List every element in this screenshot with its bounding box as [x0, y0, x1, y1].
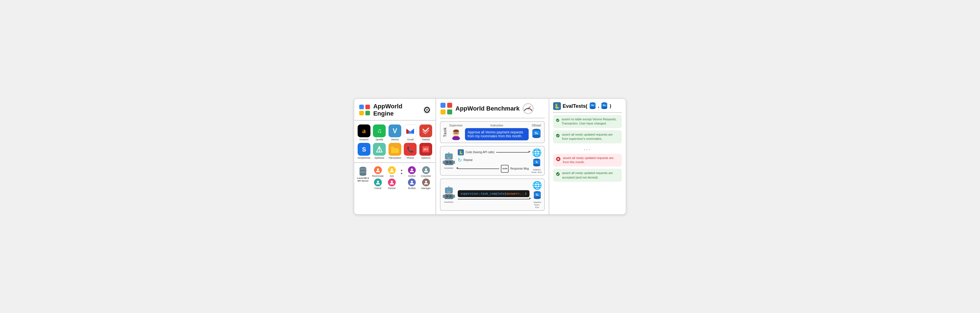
todoist-label: Todoist [422, 138, 430, 141]
local-db-icon [358, 166, 368, 176]
svg-text:Sᵢ: Sᵢ [536, 161, 538, 164]
mother-label: Mother [408, 175, 415, 177]
svg-rect-69 [444, 194, 453, 199]
dbstart-label: DBstart [532, 124, 541, 127]
spotify-label: Spotify [376, 138, 383, 141]
app-item-phone: 📞 Phone [404, 143, 417, 160]
son-label: Son [390, 175, 394, 177]
flow-env-area-1: 🌐 Sᵢ Stateful Exec. Env. [532, 148, 542, 174]
svg-rect-13 [391, 148, 399, 153]
task-top-row: Supervisor [449, 124, 542, 141]
svg-point-29 [425, 180, 427, 182]
task-label: Task [443, 127, 447, 137]
partner-label: Partner [388, 187, 396, 190]
eval-s1-icon: S₁ [589, 102, 596, 110]
supervisor-area: Supervisor [449, 124, 463, 140]
svg-text:📞: 📞 [407, 146, 414, 153]
db-si-icon: Sᵢ [532, 158, 541, 168]
splitwise-icon [373, 143, 386, 156]
svg-rect-55 [449, 161, 452, 163]
speedometer-icon [522, 103, 534, 115]
dbstart-area: DBstart S₁ [531, 124, 542, 141]
repeat-flow-row: ↻ Repeat [458, 157, 529, 163]
response-label: Response Msg [510, 167, 529, 170]
db-section: Local DB &API Server Roommate [354, 163, 436, 193]
svg-text:Sₙ: Sₙ [603, 104, 606, 107]
assert-item-1: assert no table except Venmo Requests, T… [553, 115, 622, 128]
svg-rect-70 [446, 195, 448, 198]
filesystem-label: FileSystem [389, 157, 401, 160]
app-item-spotify: ♫ Spotify [373, 125, 387, 141]
app-item-splitwise: Splitwise [373, 143, 387, 160]
final-env-label: Stateful Exec. Env [532, 201, 542, 209]
gear-icon: ⚙ [423, 105, 431, 115]
phone-icon: 📞 [404, 143, 417, 156]
assert-item-2: assert all newly updated requests are fr… [553, 130, 622, 144]
appworld-benchmark-logo [440, 102, 453, 115]
assert-item-4: assert all newly updated requests are ac… [553, 169, 622, 182]
svg-text:🐍: 🐍 [458, 150, 463, 155]
brother-label: Brother [408, 187, 416, 190]
svg-rect-32 [441, 109, 445, 115]
eval-close: ) [609, 104, 611, 109]
svg-point-34 [445, 107, 448, 110]
code-flow-row: 🐍 Code (having API calls) [458, 149, 529, 155]
svg-rect-64 [446, 189, 448, 191]
benchmark-header: AppWorld Benchmark [440, 102, 545, 118]
assistant-robot-1: Assistant [443, 152, 455, 169]
person-mother: Mother [405, 166, 418, 177]
svg-rect-50 [447, 158, 450, 158]
svg-point-25 [425, 168, 427, 170]
svg-rect-30 [441, 103, 445, 108]
svg-rect-39 [453, 136, 459, 139]
person-coworker: Coworker [419, 166, 433, 177]
svg-point-4 [363, 109, 366, 111]
svg-text:Sₙ: Sₙ [536, 193, 539, 196]
arrows-area: ▶ ▶ [399, 169, 405, 175]
svg-point-27 [391, 180, 393, 182]
person-brother: Brother [405, 179, 418, 190]
person-friend: Friend [371, 179, 385, 190]
svg-point-37 [528, 108, 529, 109]
assert-text-3: assert all newly updated requests are fr… [563, 156, 619, 164]
svg-rect-72 [443, 195, 444, 198]
instruction-area: Instruction Approve all Venmo payment re… [465, 124, 529, 141]
json-icon: JSON [501, 165, 509, 172]
pass-icon-4 [556, 171, 560, 177]
svg-rect-73 [453, 195, 455, 198]
assistant-label-1: Assistant [444, 167, 453, 169]
app-item-apidocs: API ApiDocs [419, 143, 433, 160]
repeat-label: Repeat [464, 158, 473, 161]
svg-point-24 [411, 168, 413, 170]
svg-point-83 [601, 107, 607, 109]
dots-separator: ... [553, 145, 622, 152]
final-code-area: supervisor.task_complete(answer=...) ▶ [458, 190, 530, 200]
app-item-venmo: V Venmo [388, 125, 402, 141]
assert-text-2: assert all newly updated requests are fr… [562, 133, 619, 141]
svg-point-21 [360, 173, 366, 176]
main-container: AppWorld Engine ⚙ a Amazon ♫ Spotify [354, 98, 626, 215]
person-son: Son [385, 166, 399, 177]
svg-point-75 [534, 196, 541, 199]
svg-rect-49 [449, 155, 451, 157]
final-env-area: 🌐 Sₙ Stateful Exec. Env [532, 181, 542, 209]
app-item-gmail: Gmail [404, 125, 417, 141]
pass-icon-2 [556, 133, 560, 139]
svg-rect-66 [447, 192, 450, 192]
svg-point-61 [533, 164, 540, 166]
svg-rect-57 [453, 161, 455, 164]
svg-point-52 [448, 152, 449, 153]
final-code-block: supervisor.task_complete(answer=...) [458, 190, 530, 197]
assert-item-3: assert all newly updated requests are fr… [553, 154, 622, 167]
svg-text:S: S [362, 146, 366, 153]
person-partner: Partner [385, 179, 399, 190]
db-sn-icon: Sₙ [533, 190, 542, 201]
app-grid: a Amazon ♫ Spotify V Venmo [354, 121, 436, 163]
response-arrow-left: ◀ [458, 168, 499, 169]
db-label: Local DB &API Server [357, 177, 369, 183]
db-s1-icon: S₁ [531, 128, 542, 141]
svg-rect-47 [445, 153, 453, 160]
appworld-engine-logo [359, 104, 371, 117]
fail-icon-3 [556, 156, 561, 162]
code-arrow-right [496, 152, 529, 153]
